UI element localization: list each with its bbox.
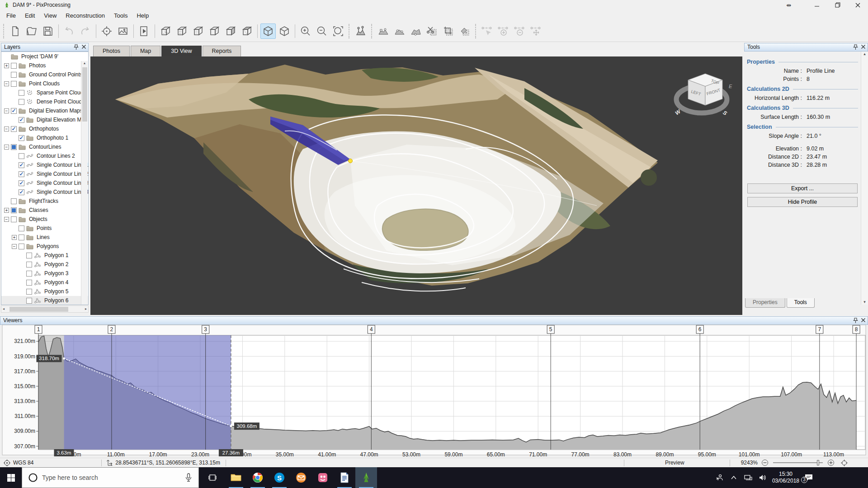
crop-tool-button[interactable] [441, 23, 456, 39]
menu-help[interactable]: Help [132, 11, 153, 20]
zoom-out-icon[interactable] [761, 459, 769, 466]
menu-file[interactable]: File [2, 11, 20, 20]
layer-checkbox-unchecked[interactable] [19, 99, 24, 105]
pin-icon[interactable] [853, 44, 858, 50]
hide-profile-button[interactable]: Hide Profile [747, 197, 858, 207]
layer-checkbox-unchecked[interactable] [19, 235, 24, 240]
layer-item-digital-elevation-maps[interactable]: −✓Digital Elevation Maps [1, 106, 88, 115]
layer-item-ground-control-points[interactable]: Ground Control Points [1, 70, 88, 79]
cube-view-button-6[interactable] [239, 23, 255, 39]
layer-checkbox-partial[interactable] [11, 207, 17, 213]
tab-map[interactable]: Map [131, 46, 160, 56]
layers-horizontal-scrollbar[interactable]: ◂▸ [1, 305, 89, 313]
fill-tool-button[interactable] [457, 23, 472, 39]
layer-checkbox-checked[interactable]: ✓ [11, 108, 17, 114]
layer-checkbox-unchecked[interactable] [11, 81, 17, 87]
network-icon[interactable] [743, 472, 753, 483]
undo-button[interactable] [61, 23, 77, 39]
layer-item-polygon-5[interactable]: Polygon 5 [1, 287, 88, 296]
zoom-in-button[interactable] [298, 23, 313, 39]
layer-item-contour-lines-2[interactable]: Contour Lines 2 [1, 151, 88, 160]
taskbar-app-chrome[interactable] [247, 467, 269, 488]
locate-icon[interactable] [841, 460, 848, 466]
close-icon[interactable] [861, 44, 866, 49]
layer-item-digital-elevation-map[interactable]: ✓Digital Elevation Map [1, 115, 88, 124]
menu-tools[interactable]: Tools [109, 11, 132, 20]
layer-item-sparse-point-cloud[interactable]: Sparse Point Cloud [1, 88, 88, 97]
taskbar-app-writer-doc[interactable] [334, 467, 355, 488]
close-icon[interactable] [861, 318, 866, 323]
float-window-icon[interactable]: ⇹ [782, 0, 796, 10]
navigation-cube[interactable]: TOP LEFT FRONT W S E [674, 74, 732, 117]
profile-chart-svg[interactable]: 12345678321.00m319.00m317.00m315.00m313.… [0, 324, 868, 458]
menu-reconstruction[interactable]: Reconstruction [61, 11, 109, 20]
layer-checkbox-checked[interactable]: ✓ [19, 171, 24, 177]
layer-checkbox-unchecked[interactable] [26, 262, 32, 267]
restore-button[interactable] [827, 0, 848, 10]
layer-item-polygon-2[interactable]: Polygon 2 [1, 260, 88, 269]
zoom-out-button[interactable] [314, 23, 330, 39]
cube-view-button-5[interactable] [223, 23, 238, 39]
new-project-button[interactable] [8, 23, 23, 39]
cube-view-button-4[interactable] [207, 23, 222, 39]
layer-checkbox-unchecked[interactable] [26, 289, 32, 295]
zoom-extent-button[interactable] [330, 23, 346, 39]
layer-item-objects[interactable]: −Objects [1, 215, 88, 224]
layer-checkbox-unchecked[interactable] [26, 280, 32, 286]
photos-button[interactable] [115, 23, 131, 39]
notifications-icon[interactable]: 3 [804, 472, 814, 483]
collapse-icon[interactable]: − [4, 145, 9, 150]
collapse-icon[interactable]: − [4, 81, 9, 86]
layer-item-lines[interactable]: +Lines [1, 233, 88, 242]
layer-item-classes[interactable]: +Classes [1, 206, 88, 215]
layer-checkbox-checked[interactable]: ✓ [19, 189, 24, 195]
layer-checkbox-checked[interactable]: ✓ [19, 135, 24, 141]
layer-checkbox-unchecked[interactable] [26, 271, 32, 277]
layer-item-polygon-4[interactable]: Polygon 4 [1, 278, 88, 287]
layer-item-project-dam-9-[interactable]: Project 'DAM 9' [1, 52, 88, 61]
layer-checkbox-unchecked[interactable] [11, 72, 17, 78]
layer-checkbox-checked[interactable]: ✓ [19, 117, 24, 123]
layer-item-dense-point-cloud-1[interactable]: Dense Point Cloud 1 [1, 97, 88, 106]
minimize-button[interactable] [807, 0, 827, 10]
elevation-profile-chart[interactable]: 12345678321.00m319.00m317.00m315.00m313.… [0, 324, 868, 458]
zoom-slider[interactable] [773, 462, 823, 463]
layer-item-polygons[interactable]: −Polygons [1, 242, 88, 251]
expand-icon[interactable]: + [12, 235, 17, 240]
layer-checkbox-unchecked[interactable] [11, 63, 17, 69]
layer-item-polygon-6[interactable]: Polygon 6 [1, 296, 88, 305]
layer-checkbox-checked[interactable]: ✓ [19, 180, 24, 186]
cube-view-button-3[interactable] [190, 23, 206, 39]
close-button[interactable] [848, 0, 868, 10]
collapse-icon[interactable]: − [12, 244, 17, 249]
close-icon[interactable] [81, 44, 86, 49]
tools-scrollbar[interactable]: ▴▾ [861, 52, 868, 305]
profile-tool-button[interactable] [353, 23, 368, 39]
3d-view[interactable]: TOP LEFT FRONT W S E [90, 56, 742, 315]
process-button[interactable] [137, 23, 152, 39]
profile-marker-point[interactable] [349, 159, 353, 163]
collapse-icon[interactable]: − [4, 217, 9, 222]
layer-item-single-contour-line-3[interactable]: ✓Single Contour Line 3 [1, 178, 88, 188]
layer-item-orthophotos[interactable]: −✓Orthophotos [1, 124, 88, 133]
tab-photos[interactable]: Photos [93, 46, 130, 56]
layers-vertical-scrollbar[interactable]: ▴▾ [81, 61, 88, 305]
save-project-button[interactable] [40, 23, 56, 39]
taskbar-app-skype[interactable]: S [269, 467, 290, 488]
layer-item-contourlines[interactable]: −ContourLines [1, 142, 88, 151]
vertex-add-button[interactable] [496, 23, 511, 39]
open-project-button[interactable] [24, 23, 39, 39]
tab-3d-view[interactable]: 3D View [161, 46, 201, 56]
pin-icon[interactable] [74, 44, 79, 50]
task-view-button[interactable] [203, 467, 222, 488]
layer-item-orthophoto-1[interactable]: ✓Orthophoto 1 [1, 133, 88, 142]
layer-checkbox-unchecked[interactable] [19, 153, 24, 159]
microphone-icon[interactable] [185, 473, 192, 482]
collapse-icon[interactable]: − [4, 108, 9, 113]
layer-item-flighttracks[interactable]: FlightTracks [1, 197, 88, 206]
taskbar-app-mail-app[interactable] [290, 467, 312, 488]
layer-item-single-contour-line-1[interactable]: ✓Single Contour Line 1 [1, 160, 88, 169]
volume-icon[interactable] [758, 472, 768, 483]
taskbar-app-pixprocessing[interactable] [355, 467, 377, 488]
zoom-in-icon[interactable] [827, 459, 835, 466]
